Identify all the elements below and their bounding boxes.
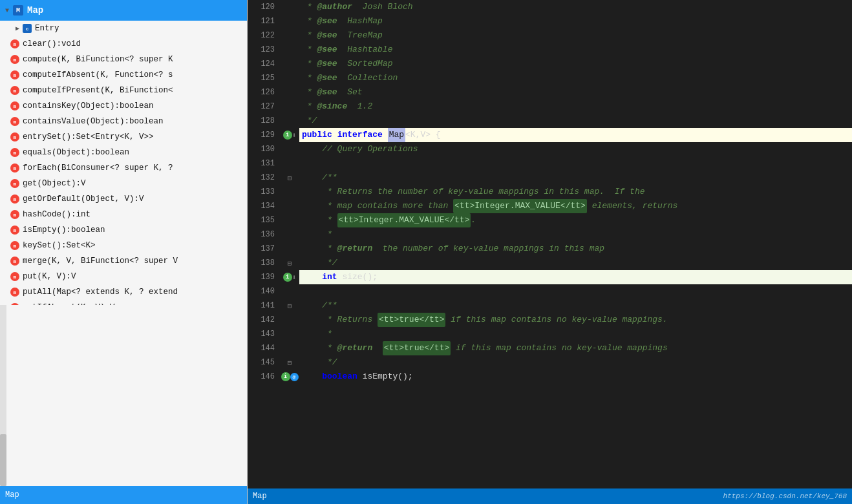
code-text: * map contains more than — [302, 199, 453, 213]
code-line-122: * @see TreeMap — [299, 28, 852, 43]
code-text: HashMap — [337, 14, 383, 28]
list-item[interactable]: m merge(K, V, BiFunction<? super V — [0, 253, 247, 269]
list-item[interactable]: m computeIfAbsent(K, Function<? s — [0, 67, 247, 83]
code-text: Josh Bloch — [352, 0, 413, 14]
code-line-120: * @author Josh Bloch — [299, 0, 852, 14]
gutter-item — [280, 327, 299, 341]
method-label: clear():void — [23, 39, 81, 48]
expand-icon[interactable]: ▼ — [5, 7, 9, 14]
list-item[interactable]: m get(Object):V — [0, 176, 247, 191]
code-line-126: * @see Set — [299, 85, 852, 100]
gutter-item — [280, 85, 299, 100]
code-lines[interactable]: * @author Josh Bloch * @see HashMap * @s… — [299, 0, 852, 488]
code-text: Set — [337, 85, 363, 100]
code-line-140 — [299, 284, 852, 299]
fold-icon[interactable]: ⊟ — [288, 302, 292, 310]
list-item[interactable]: m forEach(BiConsumer<? super K, ? — [0, 160, 247, 176]
code-text: <tt>Integer.MAX_VALUE</tt> — [453, 199, 587, 213]
code-text: . — [471, 213, 476, 227]
tree-header-title: Map — [27, 5, 43, 16]
list-item[interactable]: m compute(K, BiFunction<? super K — [0, 52, 247, 67]
line-num: 124 — [248, 57, 275, 71]
code-text: * — [302, 85, 317, 100]
list-item[interactable]: m put(K, V):V — [0, 269, 247, 284]
entry-node[interactable]: ▶ c Entry — [0, 21, 247, 36]
method-label: computeIfAbsent(K, Function<? s — [23, 70, 173, 79]
code-text — [383, 128, 388, 142]
code-text: public — [302, 128, 332, 142]
list-item[interactable]: m putIfAbsent(K, V):V — [0, 300, 247, 305]
method-label: hashCode():int — [23, 210, 91, 219]
code-area[interactable]: 120 121 122 123 124 125 126 127 128 129 … — [248, 0, 852, 488]
code-text: @author — [317, 0, 352, 14]
code-line-136: * — [299, 227, 852, 242]
code-text: isEmpty(); — [357, 370, 413, 384]
gutter-item — [280, 242, 299, 256]
code-line-141: /** — [299, 299, 852, 313]
code-line-128: */ — [299, 114, 852, 128]
code-text: * — [302, 341, 337, 355]
list-item[interactable]: m hashCode():int — [0, 207, 247, 222]
left-bottom-label: Map — [5, 490, 19, 499]
method-icon: m — [10, 210, 19, 219]
method-icon: m — [10, 70, 19, 79]
list-item[interactable]: m clear():void — [0, 36, 247, 52]
left-scrollbar[interactable] — [0, 305, 6, 486]
code-text: <K,V> { — [405, 128, 441, 142]
gutter-breakpoint-139[interactable]: i ⬇ — [280, 270, 299, 284]
fold-icon[interactable]: ⊟ — [288, 359, 292, 367]
list-item[interactable]: m computeIfPresent(K, BiFunction< — [0, 83, 247, 98]
breakpoint-icon: i — [281, 372, 290, 381]
list-item[interactable]: m containsValue(Object):boolean — [0, 114, 247, 129]
code-line-130: // Query Operations — [299, 142, 852, 156]
code-text: */ — [302, 355, 337, 370]
gutter-fold-132[interactable]: ⊟ — [280, 171, 299, 185]
method-icon: m — [10, 132, 19, 142]
list-item[interactable]: m entrySet():Set<Entry<K, V>> — [0, 129, 247, 145]
code-text: <tt>true</tt> — [383, 341, 451, 355]
method-icon: m — [10, 194, 19, 204]
code-text: @return — [337, 242, 373, 256]
fold-arrow[interactable]: ⬇ — [292, 273, 297, 282]
code-line-138: */ — [299, 256, 852, 270]
line-num: 120 — [248, 0, 275, 14]
gutter-fold-138[interactable]: ⊟ — [280, 256, 299, 270]
watermark: https://blog.csdn.net/key_768 — [723, 492, 847, 500]
list-item[interactable]: m putAll(Map<? extends K, ? extend — [0, 284, 247, 300]
fold-icon[interactable]: ⊟ — [288, 174, 292, 182]
fold-arrow[interactable]: ⬇ — [292, 131, 297, 140]
code-text: * — [302, 0, 317, 14]
code-text: @since — [317, 100, 347, 114]
method-icon: m — [10, 148, 19, 157]
line-num: 143 — [248, 327, 275, 341]
code-text: */ — [302, 114, 317, 128]
gutter-breakpoint-146[interactable]: i @ — [280, 370, 299, 384]
code-text: SortedMap — [337, 57, 393, 71]
gutter-fold-145[interactable]: ⊟ — [280, 355, 299, 370]
list-item[interactable]: m getOrDefault(Object, V):V — [0, 191, 247, 207]
tree-content[interactable]: ▶ c Entry m clear():void m compute(K, Bi… — [0, 21, 247, 305]
entry-class-icon: c — [23, 24, 32, 33]
code-text: // Query Operations — [302, 142, 418, 156]
code-text: * — [302, 43, 317, 57]
code-line-129: public interface Map<K,V> { — [299, 128, 852, 142]
line-num: 121 — [248, 14, 275, 28]
editor-bottom-bar: Map https://blog.csdn.net/key_768 — [248, 488, 852, 504]
gutter-item — [280, 71, 299, 85]
fold-icon[interactable]: ⊟ — [288, 259, 292, 268]
gutter-item — [280, 100, 299, 114]
gutter-fold-141[interactable]: ⊟ — [280, 299, 299, 313]
list-item[interactable]: m containsKey(Object):boolean — [0, 98, 247, 114]
line-num: 145 — [248, 355, 275, 370]
list-item[interactable]: m equals(Object):boolean — [0, 145, 247, 160]
list-item[interactable]: m keySet():Set<K> — [0, 238, 247, 253]
method-label: containsKey(Object):boolean — [23, 101, 154, 110]
gutter-breakpoint-129[interactable]: i ⬇ — [280, 128, 299, 142]
list-item[interactable]: m isEmpty():boolean — [0, 222, 247, 238]
code-line-139: int size(); — [299, 270, 852, 284]
method-icon: m — [10, 241, 19, 250]
code-text: * — [302, 71, 317, 85]
method-icon: m — [10, 257, 19, 266]
line-num: 126 — [248, 85, 275, 100]
method-icon: m — [10, 303, 19, 305]
